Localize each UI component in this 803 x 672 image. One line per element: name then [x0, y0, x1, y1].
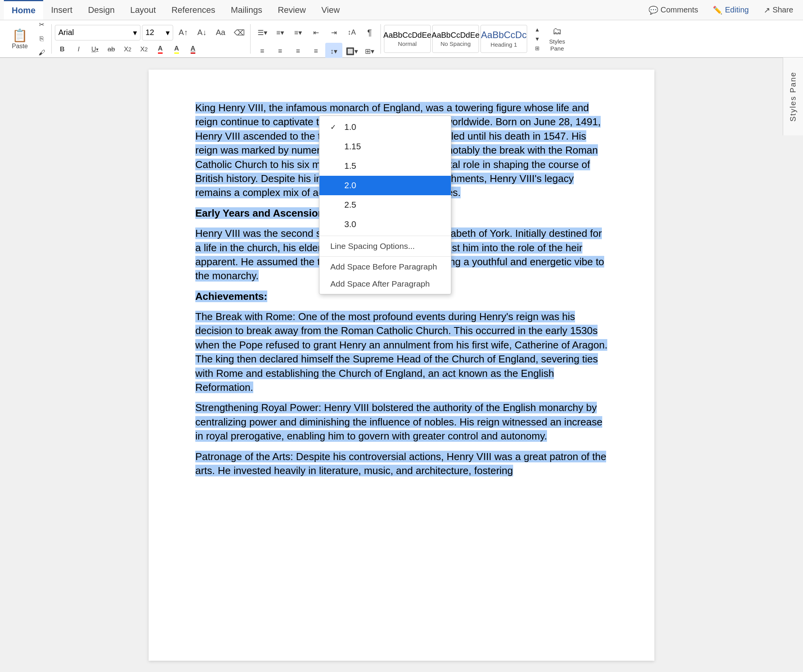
numbering-button[interactable]: ≡▾ [272, 24, 289, 41]
superscript-button[interactable]: X2 [137, 43, 151, 56]
ribbon-right-actions: 💬 Comments ✏️ Editing ↗ Share [643, 2, 799, 18]
styles-pane-button[interactable]: 🗂 StylesPane [547, 25, 567, 53]
font-name-dropdown-icon: ▾ [133, 28, 137, 37]
highlight-button[interactable]: A [169, 43, 184, 56]
paste-icon: 📋 [12, 28, 28, 43]
tab-layout[interactable]: Layout [123, 0, 164, 20]
spacing-1-5[interactable]: 1.5 [319, 156, 451, 176]
align-center-button[interactable]: ≡ [272, 43, 289, 60]
cut-button[interactable]: ✂ [34, 18, 49, 32]
document-container: King Henry VIII, the infamous monarch of… [0, 58, 803, 672]
styles-scroll-up[interactable]: ▲ [529, 25, 546, 34]
justify-button[interactable]: ≡ [307, 43, 324, 60]
shading-button[interactable]: 🔲▾ [343, 43, 360, 60]
styles-group: AaBbCcDdEe Normal AaBbCcDdEe No Spacing … [382, 24, 569, 54]
spacing-2-0[interactable]: 2.0 [319, 176, 451, 195]
styles-scroll-down[interactable]: ▼ [529, 34, 546, 44]
paste-button[interactable]: 📋 Paste [6, 25, 33, 53]
font-color-button[interactable]: A [153, 43, 168, 56]
tab-review[interactable]: Review [270, 0, 314, 20]
format-painter-button[interactable]: 🖌 [34, 46, 49, 60]
editing-button[interactable]: ✏️ Editing [707, 2, 754, 18]
tab-mailings[interactable]: Mailings [223, 0, 270, 20]
styles-pane-panel[interactable]: Styles Pane [783, 58, 803, 135]
line-spacing-dropdown: ✓ 1.0 1.15 1.5 2.0 2.5 3.0 [319, 116, 451, 294]
tab-home[interactable]: Home [4, 0, 43, 20]
styles-pane-icon: 🗂 [552, 26, 562, 37]
increase-font-button[interactable]: A↑ [175, 24, 192, 41]
align-right-button[interactable]: ≡ [289, 43, 307, 60]
change-case-button[interactable]: Aa [212, 24, 229, 41]
comment-icon: 💬 [649, 5, 658, 15]
line-spacing-options[interactable]: Line Spacing Options... [319, 238, 451, 255]
underline-button[interactable]: U ▾ [88, 43, 102, 56]
heading-early-years: Early Years and Ascension: [195, 207, 328, 219]
underline-dropdown-icon: ▾ [96, 47, 98, 52]
styles-expand[interactable]: ⊞ [529, 44, 546, 53]
subscript-button[interactable]: X2 [120, 43, 135, 56]
spacing-2-5[interactable]: 2.5 [319, 195, 451, 215]
pencil-icon: ✏️ [713, 5, 722, 15]
spacing-3-0[interactable]: 3.0 [319, 215, 451, 234]
add-space-before[interactable]: Add Space Before Paragraph [319, 258, 451, 275]
ribbon-tabs: Home Insert Design Layout References Mai… [0, 0, 803, 20]
share-icon: ↗ [764, 5, 770, 15]
clear-format-button[interactable]: ⌫ [231, 24, 248, 41]
style-nospacing-button[interactable]: AaBbCcDdEe No Spacing [432, 25, 479, 53]
comments-button[interactable]: 💬 Comments [643, 2, 704, 18]
sort-button[interactable]: ↕A [343, 24, 360, 41]
multilevel-button[interactable]: ≡▾ [289, 24, 307, 41]
heading-achievements: Achievements: [195, 290, 267, 302]
italic-button[interactable]: I [71, 43, 86, 56]
strikethrough-button[interactable]: ab [104, 43, 119, 56]
font-name-selector[interactable]: Arial ▾ [55, 25, 140, 40]
tab-references[interactable]: References [164, 0, 223, 20]
tab-design[interactable]: Design [80, 0, 122, 20]
borders-button[interactable]: ⊞▾ [361, 43, 378, 60]
spacing-1-0[interactable]: ✓ 1.0 [319, 117, 451, 137]
menu-divider1 [319, 236, 451, 236]
tab-insert[interactable]: Insert [43, 0, 80, 20]
text-paragraph5: Patronage of the Arts: Despite his contr… [195, 451, 606, 476]
paragraph-group: ☰▾ ≡▾ ≡▾ ⇤ ⇥ ↕A ¶ ≡ ≡ ≡ ≡ ↕▾ 🔲▾ ⊞▾ [251, 24, 381, 54]
clipboard-group: 📋 Paste ✂ ⎘ 🖌 [4, 24, 52, 54]
show-marks-button[interactable]: ¶ [361, 24, 378, 41]
share-button[interactable]: ↗ Share [758, 2, 799, 18]
line-spacing-button[interactable]: ↕▾ [325, 43, 342, 60]
style-normal-button[interactable]: AaBbCcDdEe Normal [384, 25, 431, 53]
decrease-indent-button[interactable]: ⇤ [307, 24, 324, 41]
text-paragraph4: Strengthening Royal Power: Henry VIII bo… [195, 402, 602, 442]
text-paragraph3: The Break with Rome: One of the most pro… [195, 311, 607, 393]
decrease-font-button[interactable]: A↓ [193, 24, 210, 41]
font-color2-button[interactable]: A [186, 43, 200, 56]
bold-button[interactable]: B [55, 43, 70, 56]
bullets-button[interactable]: ☰▾ [254, 24, 271, 41]
menu-divider2 [319, 256, 451, 257]
spacing-1-15[interactable]: 1.15 [319, 137, 451, 156]
ribbon-toolbar: 📋 Paste ✂ ⎘ 🖌 Arial ▾ 12 ▾ A↑ [0, 20, 803, 58]
line-spacing-menu: ✓ 1.0 1.15 1.5 2.0 2.5 3.0 [319, 116, 451, 294]
font-size-dropdown-icon: ▾ [166, 28, 170, 37]
tab-view[interactable]: View [314, 0, 347, 20]
align-left-button[interactable]: ≡ [254, 43, 271, 60]
font-size-selector[interactable]: 12 ▾ [142, 25, 173, 40]
style-heading1-button[interactable]: AaBbCcDc Heading 1 [480, 25, 527, 53]
increase-indent-button[interactable]: ⇥ [325, 24, 342, 41]
add-space-after[interactable]: Add Space After Paragraph [319, 275, 451, 292]
font-group: Arial ▾ 12 ▾ A↑ A↓ Aa ⌫ B I U ▾ ab [53, 24, 251, 54]
copy-button[interactable]: ⎘ [34, 32, 49, 46]
